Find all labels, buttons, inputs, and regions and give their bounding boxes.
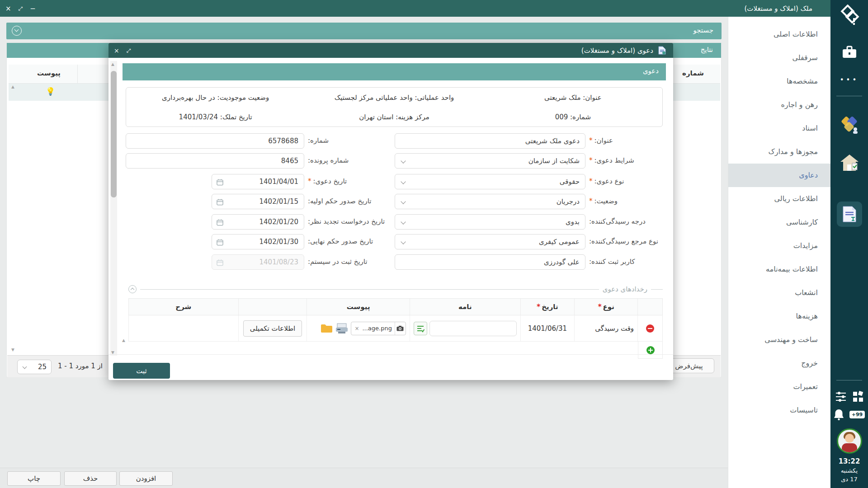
scanner-icon[interactable] [335,323,348,334]
registering-user-label: کاربر ثبت کننده: [589,258,635,266]
final-verdict-date-input[interactable]: 1402/01/30 [212,234,304,249]
collapse-chevron-icon[interactable] [12,26,22,36]
extra-info-button[interactable]: اطلاعات تکمیلی [243,320,302,337]
add-button[interactable]: افزودن [119,471,173,486]
camera-icon[interactable] [395,322,406,335]
lawsuit-module-tile[interactable] [830,202,868,227]
claim-date-input[interactable]: 1401/04/01 [212,174,304,189]
claim-type-select[interactable]: حقوقی [395,174,585,189]
user-avatar[interactable] [830,428,868,454]
scroll-down-icon[interactable]: ▼ [11,347,14,352]
scrollbar-thumb[interactable] [111,71,117,197]
app-icon-strip: ••• [830,0,868,488]
messages-badge[interactable]: +99 [849,411,865,418]
integration-icon[interactable] [830,114,868,135]
dialog-close-icon[interactable]: × [114,47,119,54]
case-number-input[interactable]: 8465 [126,153,304,169]
collapse-section-icon[interactable] [128,285,137,293]
sidebar-item-main-info[interactable]: اطلاعات اصلی [728,23,830,46]
events-attachment-column-header: پیوست [307,299,410,315]
sidebar-item-facilities[interactable]: تاسیسات [728,399,830,422]
chevron-down-icon [401,219,406,224]
summary-ownership-date: تاریخ تملک: 1401/03/24 [126,113,305,121]
sidebar-item-lawsuits[interactable]: دعاوی [728,164,830,187]
lawsuit-section-title: دعوی [643,67,659,75]
remove-row-icon[interactable] [646,324,654,333]
folder-icon[interactable] [321,324,333,333]
events-section-title: رخدادهای دعوی [603,285,647,293]
events-table-row: وقت رسیدگی 1401/06/31 × ...age.png [128,315,663,342]
event-description-cell[interactable] [129,315,238,341]
claim-status-select[interactable]: درجریان [395,194,585,209]
events-description-column-header: شرح [129,299,238,315]
scroll-up-icon[interactable]: ▲ [111,62,114,66]
delete-button[interactable]: حذف [64,471,117,486]
dialog-scrollbar[interactable]: ▲ ▼ [110,61,117,356]
summary-number: شماره: 009 [484,113,662,121]
more-options-icon[interactable]: ••• [830,76,868,84]
briefcase-icon[interactable] [830,45,868,59]
event-type-cell[interactable]: وقت رسیدگی [574,315,637,341]
number-label: شماره: [308,136,329,145]
review-authority-select[interactable]: عمومی کیفری [395,234,585,249]
submit-button[interactable]: ثبت [113,363,170,379]
dialog-maximize-icon[interactable]: ⤢ [127,47,131,54]
sidebar-item-financial-info[interactable]: اطلاعات ریالی [728,187,830,211]
attachment-chip[interactable]: × ...age.png [351,322,406,335]
logo-icon [838,5,861,27]
modules-grid-icon[interactable] [852,391,864,403]
print-button[interactable]: چاپ [7,471,61,486]
sidebar-item-utilities-branch[interactable]: انشعاب [728,281,830,305]
sidebar-item-construction[interactable]: ساخت و مهندسی [728,328,830,352]
calendar-icon[interactable] [217,219,223,228]
claim-conditions-select[interactable]: شکایت از سازمان [395,153,585,169]
initial-verdict-date-input[interactable]: 1402/01/15 [212,194,304,209]
strip-notify-row: +99 [830,409,868,420]
maximize-window-icon[interactable]: ⤢ [19,5,23,12]
letter-input[interactable] [429,321,517,336]
sidebar-item-insurance-info[interactable]: اطلاعات بیمه‌نامه [728,258,830,281]
review-degree-select[interactable]: بدوی [395,214,585,230]
sidebar-item-auctions[interactable]: مزایدات [728,234,830,258]
calendar-icon[interactable] [217,239,223,248]
scroll-up-icon[interactable]: ▲ [122,338,125,343]
events-extra-column-header [238,299,307,315]
sidebar-item-exit[interactable]: خروج [728,352,830,375]
close-window-icon[interactable]: × [5,5,11,13]
add-row-icon[interactable] [646,346,655,354]
search-panel-header[interactable]: جستجو [6,23,722,39]
sidebar-item-permits[interactable]: مجوزها و مدارک [728,140,830,164]
lawsuit-section-header: دعوی [123,63,666,80]
minimize-window-icon[interactable]: − [30,5,36,13]
column-header-number[interactable]: شماره [668,69,718,77]
attachment-filename: ...age.png [362,325,395,332]
calendar-icon[interactable] [217,198,223,207]
property-home-icon[interactable] [830,154,868,172]
sidebar-item-mortgage-rent[interactable]: رهن و اجاره [728,93,830,117]
claim-title-input[interactable]: دعوی ملک شریعتی [395,133,585,149]
remove-attachment-icon[interactable]: × [351,325,362,332]
calendar-icon[interactable] [217,178,223,188]
letter-picker-button[interactable] [414,322,427,335]
notifications-bell-icon[interactable] [834,409,844,420]
appeal-request-date-input[interactable]: 1402/01/20 [212,214,304,230]
window-title: ملک (املاک و مستغلات) [744,0,812,17]
sidebar-item-repairs[interactable]: تعمیرات [728,375,830,399]
sidebar-item-goodwill[interactable]: سرقفلی [728,46,830,70]
scroll-up-icon[interactable]: ▲ [11,84,14,89]
sidebar-item-appraisal[interactable]: کارشناسی [728,211,830,234]
page-size-select[interactable]: 25 [17,360,52,374]
review-degree-label: درجه رسیدگی‌کننده: [589,217,646,225]
lightbulb-attachment-icon: 💡 [46,87,55,96]
appeal-request-date-label: تاریخ درخواست تجدید نظر: [308,217,385,225]
sidebar-item-costs[interactable]: هزینه‌ها [728,305,830,328]
sidebar-item-attributes[interactable]: مشخصه‌ها [728,70,830,93]
bottom-action-bar: چاپ حذف افزودن [0,468,728,488]
number-input[interactable]: 6578688 [126,133,304,149]
sidebar-item-documents[interactable]: اسناد [728,117,830,140]
registering-user-input[interactable]: علی گودرزی [395,254,585,270]
event-date-cell[interactable]: 1401/06/31 [520,315,575,341]
settings-sliders-icon[interactable] [835,391,847,403]
column-header-attachment[interactable]: پیوست [20,69,77,77]
claim-conditions-label: *شرایط دعوی: [589,156,634,164]
